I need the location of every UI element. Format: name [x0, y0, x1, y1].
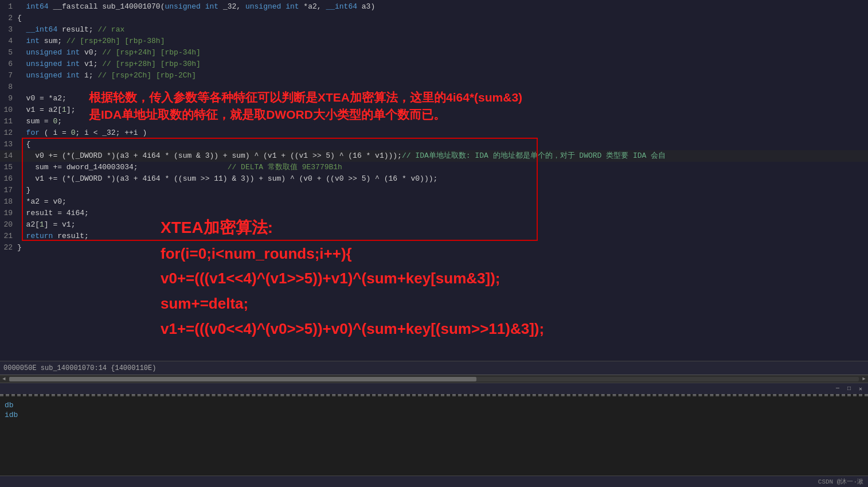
code-line-2: 2 {: [0, 13, 868, 24]
scroll-right-arrow[interactable]: ►: [860, 375, 868, 383]
line-code-6: unsigned int v1; // [rsp+28h] [rbp-30h]: [17, 59, 868, 70]
main-area: 1 int64 __fastcall sub_140001070(unsigne…: [0, 0, 868, 487]
code-panel: 1 int64 __fastcall sub_140001070(unsigne…: [0, 0, 868, 383]
line-num-8: 8: [0, 81, 17, 93]
code-line-6: 6 unsigned int v1; // [rsp+28h] [rbp-30h…: [0, 59, 868, 70]
line-num-11: 11: [0, 116, 17, 127]
bottom-statusbar: CSDN @沐一·湫: [0, 476, 868, 487]
code-line-1: 1 int64 __fastcall sub_140001070(unsigne…: [0, 1, 868, 13]
bottom-line-1: db: [5, 401, 863, 410]
line-code-15: sum += dword_140003034; // DELTA 常数取值 9E…: [17, 162, 868, 173]
code-content[interactable]: 1 int64 __fastcall sub_140001070(unsigne…: [0, 0, 868, 361]
csdn-watermark: CSDN @沐一·湫: [818, 477, 863, 486]
line-code-2: {: [17, 13, 868, 24]
line-code-5: unsigned int v0; // [rsp+24h] [rbp-34h]: [17, 47, 868, 59]
annotation-text-1: 根据轮数，传入参数等各种特征可以判断是XTEA加密算法，这里的4i64*(sum…: [89, 89, 522, 106]
line-num-2: 2: [0, 13, 17, 24]
line-code-18: *a2 = v0;: [17, 196, 868, 208]
line-num-22: 22: [0, 242, 17, 254]
scroll-left-arrow[interactable]: ◄: [0, 375, 8, 383]
xtea-v0: v0+=(((v1<<4)^(v1>>5))+v1)^(sum+key[sum&…: [161, 267, 544, 291]
line-num-1: 1: [0, 1, 17, 13]
line-num-10: 10: [0, 104, 17, 116]
line-num-14: 14: [0, 150, 17, 162]
line-num-21: 21: [0, 231, 17, 242]
code-statusbar: 0000050E sub_140001070:14 {14000110E): [0, 361, 868, 375]
line-num-20: 20: [0, 219, 17, 231]
scroll-track-h[interactable]: [9, 377, 859, 381]
line-num-5: 5: [0, 47, 17, 59]
line-num-13: 13: [0, 139, 17, 150]
code-line-3: 3 __int64 result; // rax: [0, 24, 868, 36]
line-code-3: __int64 result; // rax: [17, 24, 868, 36]
xtea-for: for(i=0;i<num_rounds;i++){: [161, 242, 544, 266]
code-line-13: 13 {: [0, 139, 868, 150]
code-line-17: 17 }: [0, 185, 868, 196]
line-num-3: 3: [0, 24, 17, 36]
line-code-13: {: [17, 139, 868, 150]
line-num-6: 6: [0, 59, 17, 70]
xtea-title: XTEA加密算法:: [161, 215, 544, 241]
code-line-14: 14 v0 += (*(_DWORD *)(a3 + 4i64 * (sum &…: [0, 150, 868, 162]
code-line-7: 7 unsigned int i; // [rsp+2Ch] [rbp-2Ch]: [0, 70, 868, 81]
line-code-12: for ( i = 0; i < _32; ++i ): [17, 127, 868, 139]
line-num-12: 12: [0, 127, 17, 139]
idb-text: idb: [5, 411, 18, 419]
line-code-7: unsigned int i; // [rsp+2Ch] [rbp-2Ch]: [17, 70, 868, 81]
code-line-12: 12 for ( i = 0; i < _32; ++i ): [0, 127, 868, 139]
line-num-16: 16: [0, 173, 17, 185]
code-line-18: 18 *a2 = v0;: [0, 196, 868, 208]
line-code-1: int64 __fastcall sub_140001070(unsigned …: [17, 1, 868, 13]
horizontal-scrollbar[interactable]: ◄ ►: [0, 375, 868, 383]
line-num-4: 4: [0, 36, 17, 47]
line-code-4: int sum; // [rsp+20h] [rbp-38h]: [17, 36, 868, 47]
xtea-sum: sum+=delta;: [161, 292, 544, 316]
code-line-16: 16 v1 += (*(_DWORD *)(a3 + 4i64 * ((sum …: [0, 173, 868, 185]
close-button[interactable]: ✕: [857, 385, 865, 393]
xtea-v1: v1+=(((v0<<4)^(v0>>5))+v0)^(sum+key[(sum…: [161, 317, 544, 341]
annotation-text-2: 是IDA单地址取数的特征，就是取DWORD大小类型的单个数而已。: [89, 106, 445, 123]
code-line-5: 5 unsigned int v0; // [rsp+24h] [rbp-34h…: [0, 47, 868, 59]
bottom-line-2: idb: [5, 411, 863, 419]
line-num-9: 9: [0, 93, 17, 104]
line-num-18: 18: [0, 196, 17, 208]
statusbar-text: 0000050E sub_140001070:14 {14000110E): [3, 364, 156, 372]
line-num-17: 17: [0, 185, 17, 196]
restore-button[interactable]: □: [845, 385, 853, 393]
window-controls: ─ □ ✕: [834, 385, 865, 393]
line-num-15: 15: [0, 162, 17, 173]
window-controls-bar: ─ □ ✕: [0, 383, 868, 394]
line-num-7: 7: [0, 70, 17, 81]
bottom-content: db idb: [0, 396, 868, 476]
code-line-4: 4 int sum; // [rsp+20h] [rbp-38h]: [0, 36, 868, 47]
line-code-14: v0 += (*(_DWORD *)(a3 + 4i64 * (sum & 3)…: [17, 150, 868, 162]
line-code-16: v1 += (*(_DWORD *)(a3 + 4i64 * ((sum >> …: [17, 173, 868, 185]
bottom-panel: db idb CSDN @沐一·湫: [0, 395, 868, 487]
xtea-annotation: XTEA加密算法: for(i=0;i<num_rounds;i++){ v0+…: [161, 215, 544, 341]
db-text: db: [5, 401, 14, 410]
minimize-button[interactable]: ─: [834, 385, 842, 393]
code-line-15: 15 sum += dword_140003034; // DELTA 常数取值…: [0, 162, 868, 173]
line-num-19: 19: [0, 208, 17, 219]
line-code-17: }: [17, 185, 868, 196]
scroll-thumb-h[interactable]: [9, 377, 476, 381]
